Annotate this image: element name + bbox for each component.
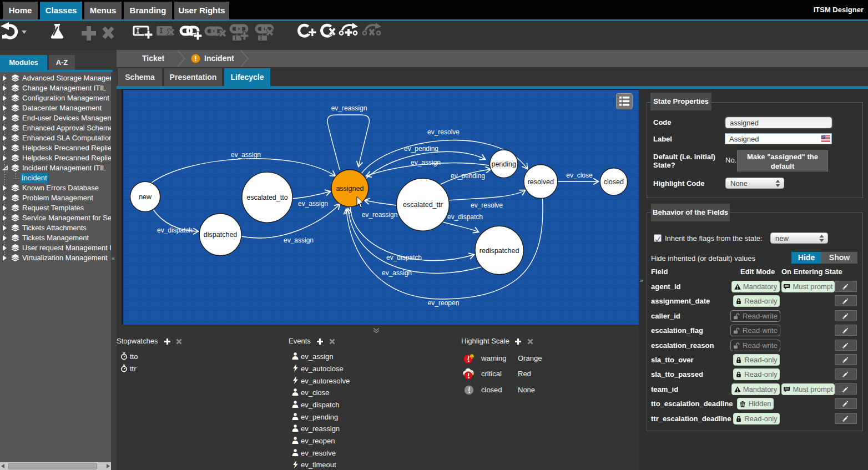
svg-text:ev_resolve: ev_resolve [471, 201, 503, 209]
svg-text:redispatched: redispatched [480, 247, 519, 255]
svg-text:escalated_tto: escalated_tto [246, 194, 287, 201]
svg-text:ev_assign: ev_assign [298, 200, 328, 208]
svg-text:ev_assign: ev_assign [411, 159, 441, 166]
svg-text:ev_pending: ev_pending [451, 172, 485, 180]
svg-text:ev_assign: ev_assign [382, 269, 412, 277]
svg-text:ev_reassign: ev_reassign [331, 104, 367, 112]
svg-text:escalated_ttr: escalated_ttr [403, 201, 443, 209]
svg-text:ev_reassign: ev_reassign [362, 211, 398, 219]
svg-text:resolved: resolved [528, 178, 554, 186]
svg-text:pending: pending [491, 160, 516, 168]
svg-text:ev_assign: ev_assign [231, 151, 261, 159]
svg-text:closed: closed [604, 178, 624, 186]
svg-text:assigned: assigned [336, 185, 364, 193]
svg-text:ev_resolve: ev_resolve [427, 128, 460, 136]
svg-text:ev_dispatch: ev_dispatch [157, 226, 193, 234]
svg-text:ev_pending: ev_pending [404, 145, 438, 153]
svg-text:ev_assign: ev_assign [284, 236, 314, 244]
svg-text:ev_dispatch: ev_dispatch [447, 213, 483, 221]
svg-text:ev_close: ev_close [566, 171, 593, 179]
svg-text:dispatched: dispatched [204, 231, 238, 239]
svg-text:new: new [139, 193, 152, 201]
svg-text:ev_reopen: ev_reopen [428, 299, 460, 307]
svg-text:ev_dispatch: ev_dispatch [386, 254, 422, 261]
